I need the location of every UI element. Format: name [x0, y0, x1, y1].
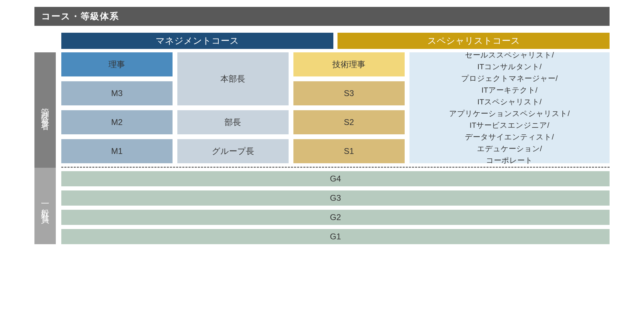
cell-mgmt-role-top: 本部長 [177, 52, 289, 105]
cell-mgmt-top: 理事 [61, 52, 173, 76]
cell-s2: S2 [293, 110, 405, 134]
specialist-role-line: エデュケーション/ [477, 143, 542, 155]
specialist-role-line: アプリケーションスペシャリスト/ [449, 108, 570, 120]
page-title: コース・等級体系 [34, 7, 610, 26]
cell-m2: M2 [61, 110, 173, 134]
general-level-row: G1 [61, 229, 610, 244]
general-level-row: G3 [61, 190, 610, 206]
cell-s3: S3 [293, 81, 405, 105]
course-headers: マネジメントコース スペシャリストコース [61, 33, 610, 49]
specialist-roles-box: セールススペシャリスト/ITコンサルタント/プロジェクトマネージャー/ITアーキ… [409, 52, 610, 163]
diagram-container: マネジメントコース スペシャリストコース 管理監督者 理事 本部長 技術理事 セ… [34, 33, 610, 244]
specialist-role-line: セールススペシャリスト/ [465, 49, 554, 61]
supervisor-side-label: 管理監督者 [34, 52, 56, 168]
specialist-role-line: ITスペシャリスト/ [477, 96, 542, 108]
specialist-role-line: ITコンサルタント/ [477, 61, 542, 73]
specialist-role-line: プロジェクトマネージャー/ [461, 73, 558, 84]
general-grid: G4G3G2G1 [61, 168, 610, 244]
specialist-role-line: コーポレート [486, 155, 533, 166]
management-course-header: マネジメントコース [61, 33, 333, 49]
cell-m1: M1 [61, 139, 173, 163]
general-level-row: G2 [61, 210, 610, 225]
cell-m3: M3 [61, 81, 173, 105]
general-side-label: 一般社員 [34, 168, 56, 244]
specialist-role-line: ITアーキテクト/ [481, 84, 538, 96]
specialist-role-line: ITサービスエンジニア/ [470, 120, 550, 131]
supervisor-grid: 理事 本部長 技術理事 セールススペシャリスト/ITコンサルタント/プロジェクト… [61, 52, 610, 168]
cell-s1: S1 [293, 139, 405, 163]
cell-spec-top: 技術理事 [293, 52, 405, 76]
specialist-role-line: データサイエンティスト/ [465, 131, 554, 143]
specialist-course-header: スペシャリストコース [337, 33, 610, 49]
cell-mgmt-role-3: グループ長 [177, 139, 289, 163]
general-level-row: G4 [61, 171, 610, 186]
cell-mgmt-role-2: 部長 [177, 110, 289, 134]
